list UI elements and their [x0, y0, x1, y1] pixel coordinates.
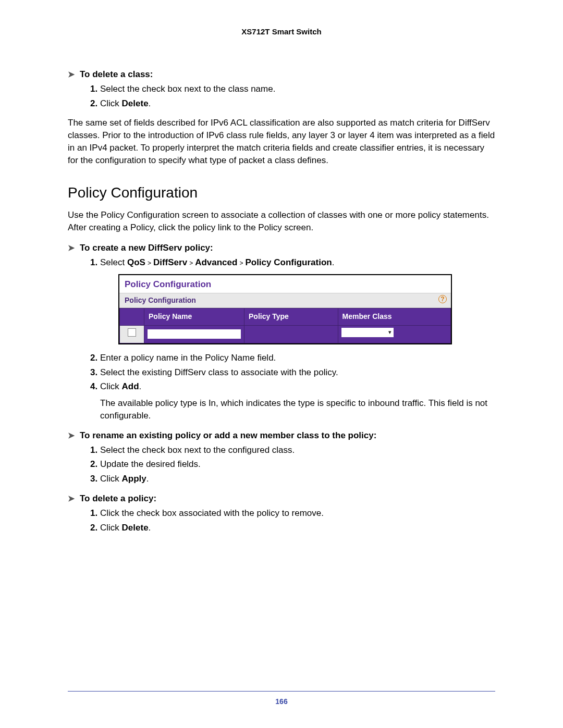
task-delete-policy: ➤ To delete a policy: Click the check bo…	[68, 492, 495, 534]
help-icon[interactable]: ?	[438, 295, 447, 303]
breadcrumb-item: Advanced	[195, 257, 237, 267]
policy-name-input[interactable]	[148, 329, 241, 339]
step-text: Update the desired fields.	[100, 458, 495, 471]
chevron-right-icon: ➤	[68, 69, 75, 80]
step-text: Click the check box associated with the …	[100, 507, 495, 520]
chevron-right-icon: ➤	[68, 430, 75, 441]
policy-table: Policy Name Policy Type Member Class	[119, 308, 451, 343]
panel-subhead-text: Policy Configuration	[125, 296, 196, 304]
text: Click	[100, 98, 122, 108]
chevron-right-icon: ➤	[68, 242, 75, 254]
chevron-right-icon: ➤	[68, 493, 75, 504]
step-text: Click Add. The available policy type is …	[100, 380, 495, 422]
step-note: The available policy type is In, which i…	[100, 397, 495, 422]
step-text: Select the check box next to the class n…	[100, 83, 495, 95]
text: .	[149, 98, 151, 108]
strong-text: Delete	[122, 98, 149, 108]
strong-text: Apply	[122, 474, 146, 484]
step-text: Click Apply.	[100, 473, 495, 485]
text: Click	[100, 523, 122, 533]
section-heading: Policy Configuration	[68, 182, 495, 203]
col-policy-name: Policy Name	[144, 309, 244, 326]
task-rename-policy: ➤ To rename an existing policy or add a …	[68, 429, 495, 485]
chevron-right-icon: >	[148, 260, 151, 267]
step-text: Click Delete.	[100, 522, 495, 534]
breadcrumb-item: DiffServ	[153, 257, 187, 267]
table-row	[120, 325, 451, 343]
text: Click	[100, 474, 122, 484]
col-member-class: Member Class	[338, 309, 450, 326]
step-text: Enter a policy name in the Policy Name f…	[100, 352, 495, 364]
chevron-right-icon: >	[189, 260, 193, 267]
text: .	[332, 257, 335, 267]
panel-title: Policy Configuration	[119, 275, 451, 293]
footer-rule	[68, 691, 495, 692]
row-checkbox[interactable]	[128, 328, 136, 337]
text: .	[146, 474, 149, 484]
breadcrumb-item: Policy Configuration	[245, 257, 332, 267]
strong-text: Add	[122, 381, 139, 391]
chevron-right-icon: >	[239, 260, 243, 267]
step-breadcrumb: Select QoS>DiffServ>Advanced>Policy Conf…	[100, 256, 495, 344]
paragraph-acl: The same set of fields described for IPv…	[68, 117, 495, 166]
step-text: Click Delete.	[100, 97, 495, 110]
breadcrumb-item: QoS	[127, 257, 145, 267]
page-number: 166	[0, 697, 563, 707]
text: Select	[100, 257, 127, 267]
task-delete-class: ➤ To delete a class: Select the check bo…	[68, 68, 495, 109]
task-create-policy: ➤ To create a new DiffServ policy: Selec…	[68, 242, 495, 422]
member-class-select[interactable]	[341, 328, 394, 337]
step-text: Select the check box next to the configu…	[100, 444, 495, 456]
paragraph-policy: Use the Policy Configuration screen to a…	[68, 209, 495, 234]
panel-subhead: Policy Configuration ?	[119, 293, 451, 309]
page: XS712T Smart Switch ➤ To delete a class:…	[0, 0, 563, 728]
text: .	[139, 381, 142, 391]
task-title: To rename an existing policy or add a ne…	[80, 429, 376, 442]
policy-type-cell	[244, 325, 338, 343]
document-title: XS712T Smart Switch	[68, 26, 495, 37]
text: .	[149, 523, 151, 533]
strong-text: Delete	[122, 523, 149, 533]
col-policy-type: Policy Type	[244, 309, 338, 326]
task-title: To create a new DiffServ policy:	[80, 242, 213, 254]
task-title: To delete a class:	[80, 68, 153, 81]
select-col-header	[120, 309, 144, 326]
step-text: Select the existing DiffServ class to as…	[100, 366, 495, 379]
policy-config-panel: Policy Configuration Policy Configuratio…	[118, 274, 452, 344]
task-title: To delete a policy:	[80, 492, 156, 505]
text: Click	[100, 381, 122, 391]
